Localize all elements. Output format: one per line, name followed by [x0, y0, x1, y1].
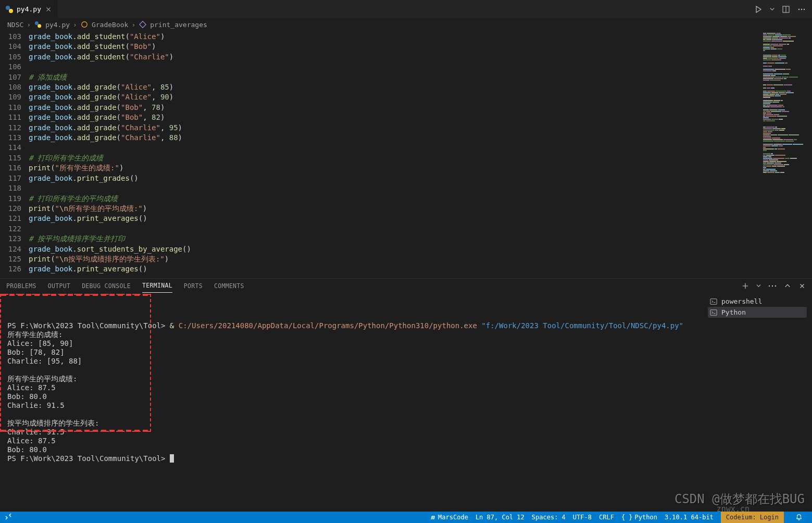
terminal-icon: [710, 309, 717, 316]
python-icon: [34, 20, 42, 29]
bottom-panel: PROBLEMS OUTPUT DEBUG CONSOLE TERMINAL P…: [0, 278, 812, 445]
tab-ports[interactable]: PORTS: [184, 279, 203, 293]
svg-point-6: [804, 8, 805, 9]
svg-point-12: [772, 285, 773, 286]
close-panel-icon[interactable]: [798, 282, 806, 290]
status-codeium[interactable]: Codeium: Login: [721, 512, 784, 523]
breadcrumb-item[interactable]: py4.py: [45, 21, 70, 29]
breadcrumb-item[interactable]: print_averages: [150, 21, 207, 29]
shell-item-python[interactable]: Python: [708, 307, 807, 318]
terminal-icon: [710, 298, 717, 305]
class-icon: [80, 20, 89, 29]
terminal-dropdown-icon[interactable]: [756, 283, 761, 288]
svg-point-8: [38, 24, 41, 28]
status-encoding[interactable]: UTF-8: [573, 514, 592, 521]
status-eol[interactable]: CRLF: [599, 514, 614, 521]
shell-label: powershell: [721, 297, 762, 305]
more-icon[interactable]: [797, 5, 806, 14]
breadcrumb[interactable]: NDSC › py4.py › GradeBook › print_averag…: [0, 18, 812, 31]
run-dropdown-icon[interactable]: [770, 7, 774, 11]
breadcrumb-item[interactable]: NDSC: [7, 21, 23, 29]
panel-actions: [742, 282, 806, 290]
terminal-shell-list: powershell Python: [703, 293, 812, 465]
svg-point-9: [82, 22, 88, 28]
shell-label: Python: [721, 308, 746, 316]
status-language[interactable]: { }Python: [621, 514, 657, 521]
python-icon: [5, 5, 14, 14]
svg-point-7: [35, 21, 39, 25]
notifications-icon[interactable]: [791, 514, 807, 521]
line-numbers: 1031041051061071081091101111121131141151…: [0, 31, 29, 278]
watermark: CSDN @做梦都在找BUG: [674, 491, 805, 507]
svg-point-11: [769, 285, 770, 286]
marscode-icon: m: [431, 514, 434, 521]
editor-actions: [754, 0, 812, 18]
split-editor-icon[interactable]: [782, 5, 790, 14]
svg-point-5: [801, 8, 802, 9]
svg-rect-15: [710, 309, 717, 315]
svg-point-13: [775, 285, 776, 286]
status-interpreter[interactable]: 3.10.1 64-bit: [665, 514, 714, 521]
tab-comments[interactable]: COMMENTS: [214, 279, 244, 293]
chevron-right-icon: ›: [73, 21, 77, 29]
svg-rect-14: [710, 298, 717, 304]
run-icon[interactable]: [754, 5, 763, 14]
tab-terminal[interactable]: TERMINAL: [142, 279, 172, 293]
chevron-right-icon: ›: [131, 21, 135, 29]
tab-debug-console[interactable]: DEBUG CONSOLE: [82, 279, 131, 293]
code-editor[interactable]: grade_book.add_student("Alice")grade_boo…: [29, 31, 760, 278]
maximize-panel-icon[interactable]: [784, 282, 791, 290]
editor-tab[interactable]: py4.py: [0, 0, 58, 18]
svg-rect-10: [140, 21, 146, 28]
tab-bar: py4.py: [0, 0, 812, 18]
editor-area: 1031041051061071081091101111121131141151…: [0, 31, 812, 278]
tab-problems[interactable]: PROBLEMS: [6, 279, 36, 293]
more-icon[interactable]: [768, 285, 777, 287]
status-marscode[interactable]: m MarsCode: [431, 514, 468, 521]
new-terminal-icon[interactable]: [742, 282, 749, 290]
tab-output[interactable]: OUTPUT: [48, 279, 70, 293]
status-bar: m MarsCode Ln 87, Col 12 Spaces: 4 UTF-8…: [0, 512, 812, 523]
method-icon: [139, 20, 147, 29]
shell-item-powershell[interactable]: powershell: [708, 296, 807, 307]
status-spaces[interactable]: Spaces: 4: [532, 514, 566, 521]
terminal-output[interactable]: PS F:\Work\2023 Tool\Community\Tool> & C…: [0, 293, 703, 465]
panel-tabs: PROBLEMS OUTPUT DEBUG CONSOLE TERMINAL P…: [0, 279, 812, 293]
chevron-right-icon: ›: [27, 21, 31, 29]
svg-point-1: [9, 9, 13, 13]
svg-point-4: [798, 8, 799, 9]
remote-icon[interactable]: [4, 513, 13, 521]
breadcrumb-item[interactable]: GradeBook: [92, 21, 128, 29]
svg-point-0: [6, 6, 10, 10]
minimap[interactable]: [760, 31, 812, 278]
status-lncol[interactable]: Ln 87, Col 12: [476, 514, 524, 521]
tab-label: py4.py: [17, 5, 41, 13]
panel-body: PS F:\Work\2023 Tool\Community\Tool> & C…: [0, 293, 812, 465]
close-icon[interactable]: [44, 5, 53, 14]
